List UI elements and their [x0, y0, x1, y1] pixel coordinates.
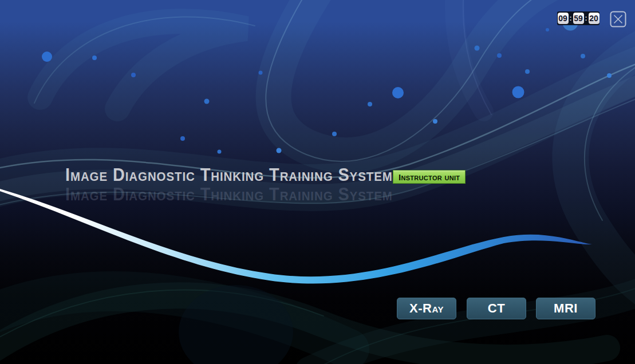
instructor-unit-badge: Instructor unit	[393, 170, 466, 184]
ct-button[interactable]: CT	[467, 298, 526, 319]
clock-colon: :	[585, 15, 588, 22]
close-icon	[610, 11, 626, 27]
clock: 09 : 59 : 20	[557, 11, 599, 25]
clock-minutes: 59	[573, 13, 584, 24]
page-title: Image Diagnostic Thinking Training Syste…	[65, 165, 393, 185]
modality-button-row: X-Ray CT MRI	[0, 298, 635, 319]
splash-screen: 09 : 59 : 20 Image Diagnostic Thinking T…	[0, 0, 635, 364]
clock-colon: :	[569, 15, 573, 22]
clock-seconds: 20	[589, 13, 599, 24]
teal-wave-ribbons	[0, 0, 635, 298]
xray-button[interactable]: X-Ray	[397, 298, 456, 319]
bottom-dark-swirls	[0, 279, 635, 364]
mri-button[interactable]: MRI	[536, 298, 595, 319]
page-title-reflection: Image Diagnostic Thinking Training Syste…	[65, 184, 393, 205]
close-button[interactable]	[610, 11, 626, 27]
clock-hours: 09	[558, 13, 569, 24]
